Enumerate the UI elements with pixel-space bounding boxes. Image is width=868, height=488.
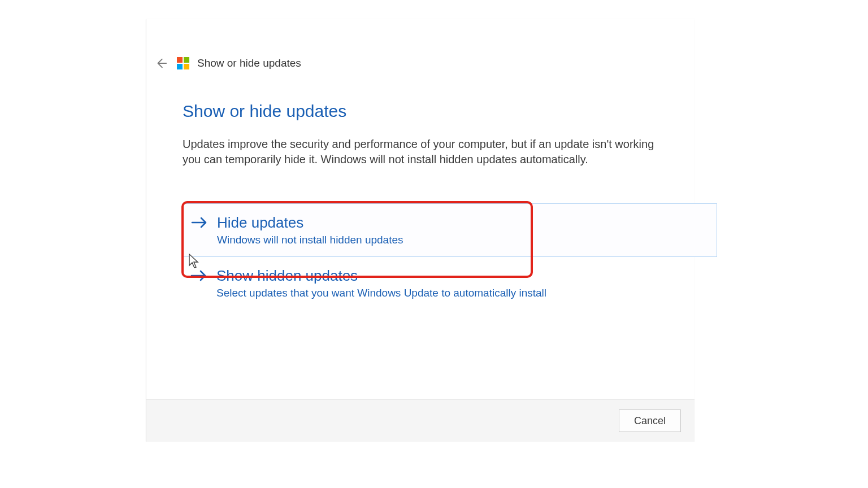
cancel-button[interactable]: Cancel (619, 409, 681, 432)
back-button[interactable] (153, 55, 169, 71)
main-content: Show or hide updates Updates improve the… (183, 102, 672, 167)
arrow-left-icon (155, 57, 167, 69)
dialog-footer: Cancel (146, 399, 695, 442)
troubleshooter-dialog: Show or hide updates Show or hide update… (146, 19, 695, 442)
header-title: Show or hide updates (197, 57, 301, 69)
arrow-right-icon (190, 269, 207, 282)
option-title: Show hidden updates (216, 267, 662, 285)
close-button[interactable] (658, 24, 683, 44)
page-heading: Show or hide updates (183, 102, 672, 121)
option-title: Hide updates (217, 214, 706, 232)
options-list: Hide updates Windows will not install hi… (183, 203, 672, 310)
option-show-hidden-updates[interactable]: Show hidden updates Select updates that … (183, 257, 672, 310)
page-description: Updates improve the security and perform… (183, 137, 669, 167)
option-subtitle: Select updates that you want Windows Upd… (216, 287, 662, 299)
option-subtitle: Windows will not install hidden updates (217, 234, 706, 246)
arrow-right-icon (191, 216, 208, 229)
option-hide-updates[interactable]: Hide updates Windows will not install hi… (183, 203, 717, 257)
header-row: Show or hide updates (153, 55, 301, 71)
microsoft-logo-icon (177, 57, 189, 69)
